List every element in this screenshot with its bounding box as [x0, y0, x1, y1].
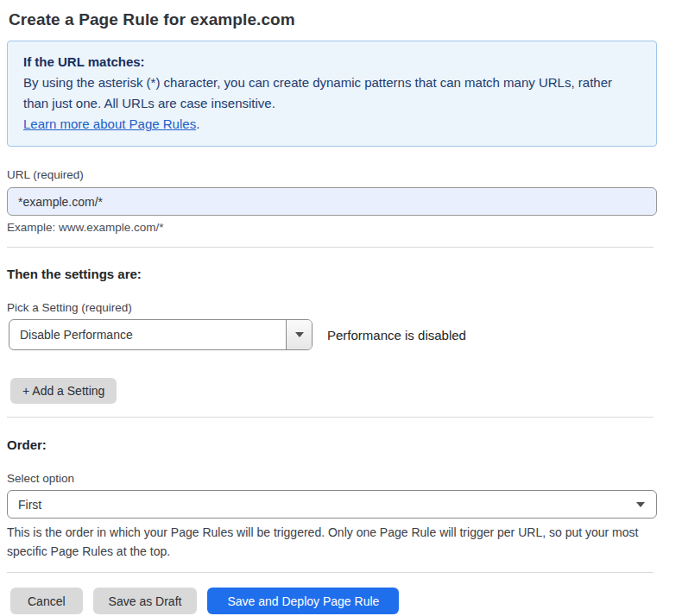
- link-suffix: .: [196, 116, 199, 131]
- save-and-deploy-button[interactable]: Save and Deploy Page Rule: [207, 588, 399, 614]
- divider: [7, 417, 654, 418]
- footer-action-row: Cancel Save as Draft Save and Deploy Pag…: [10, 588, 664, 614]
- order-select-value: First: [18, 498, 41, 512]
- order-section-heading: Order:: [7, 437, 664, 452]
- info-callout-heading: If the URL matches:: [23, 52, 641, 72]
- order-select[interactable]: First: [7, 490, 657, 519]
- setting-row: Disable Performance Performance is disab…: [7, 319, 664, 350]
- url-field-label: URL (required): [7, 168, 664, 181]
- chevron-down-icon: [295, 332, 304, 337]
- pick-setting-label: Pick a Setting (required): [7, 301, 664, 314]
- settings-section-heading: Then the settings are:: [7, 267, 664, 281]
- order-help-text: This is the order in which your Page Rul…: [7, 523, 650, 561]
- order-select-label: Select option: [7, 472, 664, 485]
- setting-status-text: Performance is disabled: [327, 328, 466, 343]
- learn-more-link[interactable]: Learn more about Page Rules: [23, 116, 196, 131]
- url-match-info-callout: If the URL matches: By using the asteris…: [7, 41, 657, 147]
- url-example-text: Example: www.example.com/*: [7, 221, 664, 234]
- setting-select-value: Disable Performance: [9, 320, 286, 349]
- page-title: Create a Page Rule for example.com: [9, 10, 664, 29]
- info-callout-link-line: Learn more about Page Rules.: [23, 114, 641, 135]
- info-callout-body: By using the asterisk (*) character, you…: [23, 72, 641, 114]
- save-as-draft-button[interactable]: Save as Draft: [93, 588, 198, 614]
- setting-select-arrow-button[interactable]: [286, 320, 312, 349]
- divider: [7, 247, 654, 248]
- add-setting-button[interactable]: + Add a Setting: [10, 378, 117, 404]
- chevron-down-icon: [636, 502, 645, 507]
- cancel-button[interactable]: Cancel: [10, 588, 83, 614]
- divider: [7, 572, 654, 573]
- create-page-rule-form: Create a Page Rule for example.com If th…: [0, 0, 664, 614]
- setting-select[interactable]: Disable Performance: [9, 319, 313, 350]
- url-input[interactable]: [7, 187, 657, 216]
